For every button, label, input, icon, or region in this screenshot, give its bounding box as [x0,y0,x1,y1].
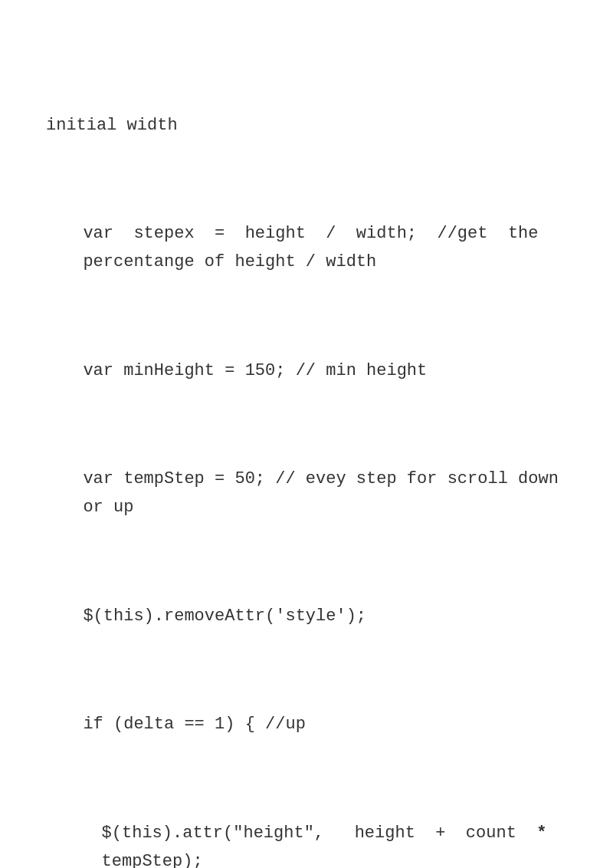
code-line-4: $(this).removeAttr('style'); [46,603,567,630]
code-line-3: var tempStep = 50; // evey step for scro… [46,465,567,521]
code-block: initial width var stepex = height / widt… [46,31,567,868]
code-line-6: $(this).attr("height", height + count *t… [46,820,567,868]
code-line-1: var stepex = height / width; //get thepe… [46,220,567,276]
code-line-0: initial width [46,112,567,140]
code-line-2: var minHeight = 150; // min height [46,357,567,385]
code-line-5: if (delta == 1) { //up [46,711,567,738]
